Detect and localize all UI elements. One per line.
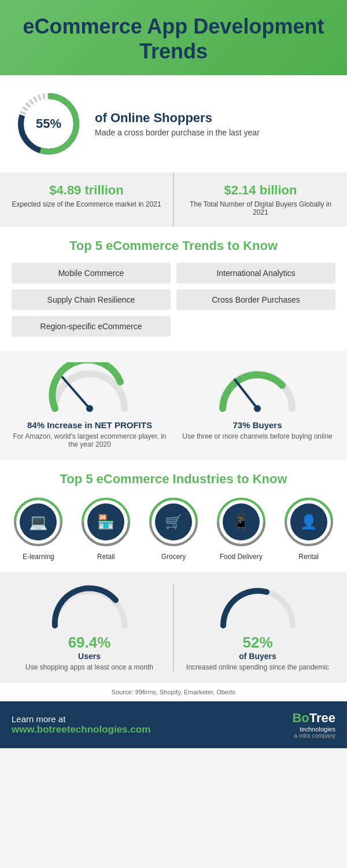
gauges-section: 84% Increase in NET PROFITS For Amazon, … xyxy=(0,351,347,460)
svg-line-3 xyxy=(62,377,90,409)
svg-line-5 xyxy=(235,380,257,409)
shoppers-text: of Online Shoppers Made a cross border p… xyxy=(95,111,260,137)
industries-heading: Top 5 eCommerce Industries to Know xyxy=(5,472,342,487)
bottom-stat-users: 69.4% Users Use shopping apps at least o… xyxy=(6,584,174,671)
industry-food: 📱 Food Delivery xyxy=(212,496,270,561)
source-text: Source: 99firms, Shopify, Emarketer, Obe… xyxy=(0,683,347,701)
trend-tag-0: Mobile Commerce xyxy=(12,263,171,284)
bottom-stat-users-desc: Use shopping apps at least once a month xyxy=(10,663,168,671)
industry-retail-icon: 🏪 xyxy=(87,503,124,540)
gauge-84-svg-wrap xyxy=(13,362,167,414)
industry-grocery: 🛒 Grocery xyxy=(145,496,202,561)
gauge-73-desc: Use three or more channels before buying… xyxy=(180,432,335,440)
gauge-84-desc: For Amazon, world's largest ecommerce pl… xyxy=(13,432,167,448)
footer-logo: BoTree technologies a mtra company xyxy=(292,711,335,739)
shoppers-heading: of Online Shoppers xyxy=(95,111,260,126)
bottom-stat-users-title: Users xyxy=(10,652,168,661)
footer-learn: Learn more at xyxy=(12,714,150,724)
gauge-73-svg-wrap xyxy=(180,362,335,414)
industries-section: Top 5 eCommerce Industries to Know 💻 E-l… xyxy=(0,460,347,572)
bottom-gauges: 69.4% Users Use shopping apps at least o… xyxy=(0,572,347,683)
gauge-84-title: 84% Increase in NET PROFITS xyxy=(13,420,167,430)
industry-rental-label: Rental xyxy=(280,553,338,561)
trends-section: Top 5 eCommerce Trends to Know Mobile Co… xyxy=(0,227,347,351)
donut-chart: 55% xyxy=(14,89,83,159)
bottom-stat-buyers-val: 52% xyxy=(179,634,337,652)
stat-desc-market: Expected size of the Ecommerce market in… xyxy=(9,200,164,208)
footer-logo-tree: Tree xyxy=(309,711,335,725)
gauge-73-title: 73% Buyers xyxy=(180,420,335,430)
bottom-stat-buyers-title: of Buyers xyxy=(179,652,337,661)
footer-text: Learn more at www.botreetechnologies.com xyxy=(12,714,150,735)
footer: Learn more at www.botreetechnologies.com… xyxy=(0,701,347,748)
bottom-stat-buyers-desc: Increased online spending since the pand… xyxy=(179,663,337,671)
industry-elearning: 💻 E-learning xyxy=(9,496,67,561)
shoppers-section: 55% of Online Shoppers Made a cross bord… xyxy=(0,75,347,172)
stat-value-market: $4.89 trillion xyxy=(9,183,164,198)
page-title: eCommerce App Development Trends xyxy=(12,14,335,64)
trend-tag-1: International Analytics xyxy=(176,263,335,284)
bottom-stat-buyers: 52% of Buyers Increased online spending … xyxy=(174,584,341,671)
industry-food-icon: 📱 xyxy=(223,503,260,540)
trends-grid: Mobile Commerce International Analytics … xyxy=(12,263,335,337)
svg-point-6 xyxy=(254,405,261,412)
gauge-73: 73% Buyers Use three or more channels be… xyxy=(180,362,335,448)
industry-elearning-icon: 💻 xyxy=(20,503,57,540)
shoppers-desc: Made a cross border purchase in the last… xyxy=(95,128,260,137)
trend-tag-4: Region-specific eCommerce xyxy=(12,316,171,337)
donut-percent: 55% xyxy=(36,116,61,131)
gauge-84: 84% Increase in NET PROFITS For Amazon, … xyxy=(13,362,167,448)
footer-logo-bo: Bo xyxy=(292,711,309,725)
industry-elearning-label: E-learning xyxy=(9,553,67,561)
industry-rental: 👤 Rental xyxy=(280,496,338,561)
industry-rental-icon: 👤 xyxy=(290,503,327,540)
source-label: Source: 99firms, Shopify, Emarketer, Obe… xyxy=(112,689,235,696)
industry-grocery-icon: 🛒 xyxy=(155,503,192,540)
stat-box-buyers: $2.14 billion The Total Number of Digita… xyxy=(174,172,347,227)
industry-grocery-label: Grocery xyxy=(145,553,202,561)
trends-heading: Top 5 eCommerce Trends to Know xyxy=(9,238,338,253)
footer-logo-sub: technologies xyxy=(292,726,335,733)
footer-logo-tagline: a mtra company xyxy=(292,733,335,739)
industries-row: 💻 E-learning 🏪 Retail 🛒 xyxy=(5,496,342,561)
stat-box-market: $4.89 trillion Expected size of the Ecom… xyxy=(0,172,174,227)
industry-retail: 🏪 Retail xyxy=(77,496,135,561)
trend-tag-2: Supply Chain Resilience xyxy=(12,289,171,310)
footer-url[interactable]: www.botreetechnologies.com xyxy=(12,724,150,735)
svg-point-4 xyxy=(86,405,93,412)
industry-food-label: Food Delivery xyxy=(212,553,270,561)
bottom-stat-users-val: 69.4% xyxy=(10,634,168,652)
trend-tag-3: Cross Border Purchases xyxy=(176,289,335,310)
stats-row: $4.89 trillion Expected size of the Ecom… xyxy=(0,172,347,227)
stat-value-buyers: $2.14 billion xyxy=(183,183,338,198)
stat-desc-buyers: The Total Number of Digital Buyers Globa… xyxy=(183,200,338,216)
header: eCommerce App Development Trends xyxy=(0,0,347,75)
industry-retail-label: Retail xyxy=(77,553,135,561)
